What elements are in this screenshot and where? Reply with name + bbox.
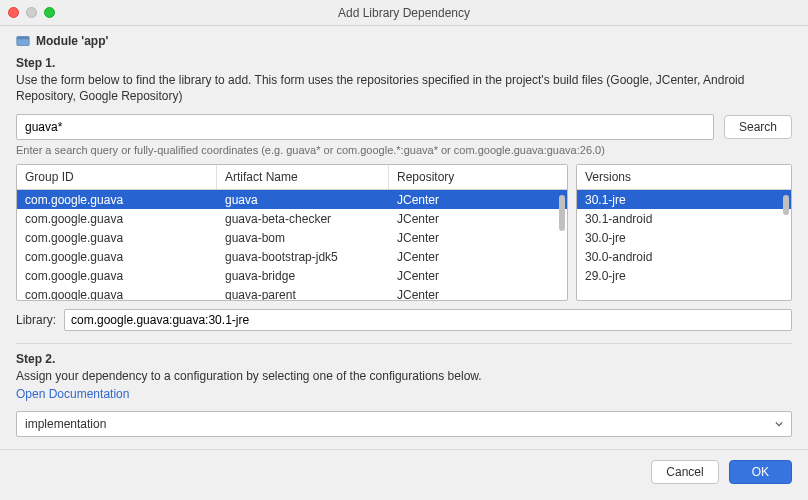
col-header-versions[interactable]: Versions — [577, 165, 791, 189]
cell-group: com.google.guava — [17, 269, 217, 283]
svg-rect-1 — [17, 37, 29, 40]
col-header-group[interactable]: Group ID — [17, 165, 217, 189]
col-header-repo[interactable]: Repository — [389, 165, 567, 189]
version-row[interactable]: 30.1-jre — [577, 190, 791, 209]
library-label: Library: — [16, 313, 56, 327]
table-row[interactable]: com.google.guavaguavaJCenter — [17, 190, 567, 209]
module-icon — [16, 34, 30, 48]
cell-artifact: guava-parent — [217, 288, 389, 301]
table-row[interactable]: com.google.guavaguava-parentJCenter — [17, 285, 567, 300]
cell-artifact: guava-beta-checker — [217, 212, 389, 226]
cell-artifact: guava-bom — [217, 231, 389, 245]
step2-label: Step 2. — [16, 352, 792, 366]
versions-table[interactable]: Versions 30.1-jre30.1-android30.0-jre30.… — [576, 164, 792, 301]
step1-desc: Use the form below to find the library t… — [16, 72, 792, 104]
version-row[interactable]: 30.0-jre — [577, 228, 791, 247]
window-title: Add Library Dependency — [0, 6, 808, 20]
scrollbar-thumb[interactable] — [559, 195, 565, 231]
cell-repo: JCenter — [389, 193, 567, 207]
cell-repo: JCenter — [389, 288, 567, 301]
version-row[interactable]: 30.1-android — [577, 209, 791, 228]
search-input[interactable] — [16, 114, 714, 140]
cell-group: com.google.guava — [17, 212, 217, 226]
cell-repo: JCenter — [389, 212, 567, 226]
step1-label: Step 1. — [16, 56, 792, 70]
step2-desc: Assign your dependency to a configuratio… — [16, 368, 792, 384]
table-row[interactable]: com.google.guavaguava-beta-checkerJCente… — [17, 209, 567, 228]
version-row[interactable]: 30.0-android — [577, 247, 791, 266]
table-row[interactable]: com.google.guavaguava-bootstrap-jdk5JCen… — [17, 247, 567, 266]
cell-artifact: guava — [217, 193, 389, 207]
library-field[interactable] — [64, 309, 792, 331]
chevron-down-icon — [775, 420, 783, 428]
cell-repo: JCenter — [389, 250, 567, 264]
version-row[interactable]: 29.0-jre — [577, 266, 791, 285]
cell-artifact: guava-bootstrap-jdk5 — [217, 250, 389, 264]
cell-artifact: guava-bridge — [217, 269, 389, 283]
versions-header: Versions — [577, 165, 791, 190]
module-name: Module 'app' — [36, 34, 108, 48]
configuration-select[interactable]: implementation — [16, 411, 792, 437]
module-header: Module 'app' — [16, 34, 792, 48]
cell-group: com.google.guava — [17, 231, 217, 245]
artifacts-table[interactable]: Group ID Artifact Name Repository com.go… — [16, 164, 568, 301]
dialog-footer: Cancel OK — [0, 449, 808, 494]
open-documentation-link[interactable]: Open Documentation — [16, 387, 129, 401]
titlebar: Add Library Dependency — [0, 0, 808, 26]
ok-button[interactable]: OK — [729, 460, 792, 484]
divider — [16, 343, 792, 344]
cell-group: com.google.guava — [17, 288, 217, 301]
col-header-artifact[interactable]: Artifact Name — [217, 165, 389, 189]
cell-group: com.google.guava — [17, 250, 217, 264]
scrollbar-thumb[interactable] — [783, 195, 789, 215]
cell-repo: JCenter — [389, 269, 567, 283]
cancel-button[interactable]: Cancel — [651, 460, 718, 484]
table-row[interactable]: com.google.guavaguava-bomJCenter — [17, 228, 567, 247]
cell-group: com.google.guava — [17, 193, 217, 207]
search-button[interactable]: Search — [724, 115, 792, 139]
configuration-value: implementation — [25, 417, 106, 431]
table-row[interactable]: com.google.guavaguava-bridgeJCenter — [17, 266, 567, 285]
table-header: Group ID Artifact Name Repository — [17, 165, 567, 190]
search-hint: Enter a search query or fully-qualified … — [16, 144, 792, 156]
cell-repo: JCenter — [389, 231, 567, 245]
